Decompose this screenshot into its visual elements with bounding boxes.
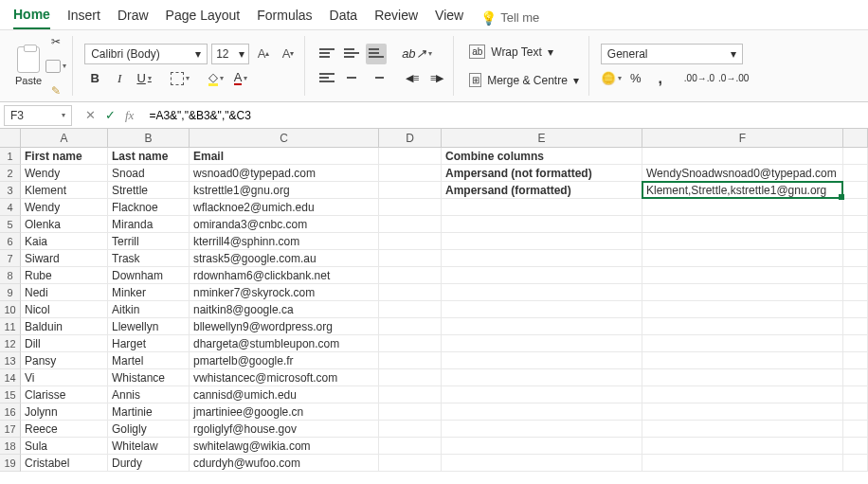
cell[interactable]: swhitelawg@wikia.com xyxy=(190,438,379,455)
cell[interactable]: Nicol xyxy=(21,301,108,318)
row-header[interactable]: 12 xyxy=(0,335,21,352)
comma-button[interactable]: , xyxy=(650,68,671,89)
cell[interactable]: Reece xyxy=(21,421,108,438)
cell[interactable]: Snoad xyxy=(108,165,190,182)
cell[interactable] xyxy=(642,403,843,421)
increase-indent-button[interactable]: ≡▶ xyxy=(426,68,447,89)
cell[interactable] xyxy=(642,318,843,335)
copy-button[interactable]: ▾ xyxy=(45,56,66,77)
cell[interactable] xyxy=(642,352,843,369)
cell[interactable] xyxy=(442,421,642,438)
cell[interactable] xyxy=(843,148,868,165)
increase-font-button[interactable]: A▴ xyxy=(253,44,274,64)
cell[interactable]: Vi xyxy=(21,369,108,386)
cell[interactable] xyxy=(442,199,642,216)
italic-button[interactable]: I xyxy=(109,68,130,89)
row-header[interactable]: 8 xyxy=(0,267,21,284)
row-header[interactable]: 4 xyxy=(0,199,21,216)
cell[interactable]: Email xyxy=(190,148,379,165)
cell[interactable] xyxy=(642,284,843,301)
tab-review[interactable]: Review xyxy=(374,8,418,28)
cell[interactable] xyxy=(379,148,442,165)
cut-button[interactable] xyxy=(45,31,66,52)
decrease-font-button[interactable]: A▾ xyxy=(278,44,298,64)
bold-button[interactable]: B xyxy=(84,68,105,89)
align-right-button[interactable] xyxy=(366,68,387,89)
cell[interactable] xyxy=(442,352,642,369)
currency-button[interactable]: 🪙▾ xyxy=(601,68,622,89)
cell[interactable]: Martel xyxy=(108,352,190,369)
cell[interactable]: Flacknoe xyxy=(108,199,190,216)
align-center-button[interactable] xyxy=(341,68,362,89)
fx-icon[interactable]: fx xyxy=(125,108,134,123)
cell[interactable] xyxy=(843,301,868,318)
cell[interactable] xyxy=(843,233,868,250)
cell[interactable] xyxy=(843,455,868,472)
cell[interactable] xyxy=(379,421,442,438)
cell[interactable] xyxy=(642,438,843,455)
cell[interactable] xyxy=(843,182,868,199)
cell[interactable] xyxy=(442,284,642,301)
cell[interactable]: Miranda xyxy=(108,216,190,233)
cell[interactable] xyxy=(642,233,843,250)
cell[interactable]: dhargeta@stumbleupon.com xyxy=(190,335,379,352)
cell[interactable]: Clarisse xyxy=(21,386,108,403)
cell[interactable]: Whistance xyxy=(108,369,190,386)
cell[interactable] xyxy=(379,216,442,233)
col-header[interactable]: F xyxy=(642,129,843,148)
cell[interactable] xyxy=(379,284,442,301)
cell[interactable] xyxy=(642,421,843,438)
cell[interactable]: Llewellyn xyxy=(108,318,190,335)
cells-area[interactable]: First name Last name Email Combine colum… xyxy=(21,148,868,472)
row-header[interactable]: 7 xyxy=(0,250,21,267)
col-header[interactable]: A xyxy=(21,129,108,148)
row-header[interactable]: 13 xyxy=(0,352,21,369)
borders-button[interactable]: ▾ xyxy=(170,68,190,89)
cell[interactable]: Wendy xyxy=(21,165,108,182)
cell[interactable] xyxy=(642,369,843,386)
align-bottom-button[interactable] xyxy=(366,44,387,64)
cell[interactable] xyxy=(442,403,642,421)
cell[interactable]: Strettle xyxy=(108,182,190,199)
row-header[interactable]: 14 xyxy=(0,369,21,386)
cell[interactable] xyxy=(379,165,442,182)
decrease-decimal-button[interactable]: .0→.00 xyxy=(718,68,749,89)
cell[interactable] xyxy=(379,438,442,455)
fill-color-button[interactable]: ◇▾ xyxy=(206,68,226,89)
cell[interactable]: Whitelaw xyxy=(108,438,190,455)
row-header[interactable]: 10 xyxy=(0,301,21,318)
cell[interactable] xyxy=(442,386,642,403)
cell[interactable] xyxy=(379,233,442,250)
cell[interactable] xyxy=(843,199,868,216)
formula-input[interactable] xyxy=(143,109,868,122)
cell[interactable] xyxy=(642,199,843,216)
align-left-button[interactable] xyxy=(316,68,337,89)
cell[interactable]: Nedi xyxy=(21,284,108,301)
cancel-formula-button[interactable]: ✕ xyxy=(85,108,96,122)
align-top-button[interactable] xyxy=(316,44,337,64)
tab-view[interactable]: View xyxy=(435,8,463,28)
tell-me[interactable]: 💡 Tell me xyxy=(480,10,539,26)
cell[interactable] xyxy=(379,182,442,199)
cell[interactable] xyxy=(642,250,843,267)
cell[interactable] xyxy=(843,403,868,421)
cell[interactable]: cannisd@umich.edu xyxy=(190,386,379,403)
tab-formulas[interactable]: Formulas xyxy=(257,8,312,28)
cell[interactable]: Trask xyxy=(108,250,190,267)
cell[interactable] xyxy=(442,250,642,267)
cell[interactable]: Cristabel xyxy=(21,455,108,472)
tab-insert[interactable]: Insert xyxy=(67,8,100,28)
cell[interactable]: kterrill4@sphinn.com xyxy=(190,233,379,250)
cell[interactable] xyxy=(379,455,442,472)
tab-page-layout[interactable]: Page Layout xyxy=(166,8,241,28)
cell[interactable]: Pansy xyxy=(21,352,108,369)
cell[interactable] xyxy=(843,352,868,369)
row-header[interactable]: 2 xyxy=(0,165,21,182)
format-painter-button[interactable] xyxy=(45,81,66,101)
cell[interactable] xyxy=(379,318,442,335)
cell[interactable]: strask5@google.com.au xyxy=(190,250,379,267)
cell[interactable]: Harget xyxy=(108,335,190,352)
cell[interactable] xyxy=(442,301,642,318)
cell[interactable] xyxy=(642,455,843,472)
cell[interactable] xyxy=(442,216,642,233)
